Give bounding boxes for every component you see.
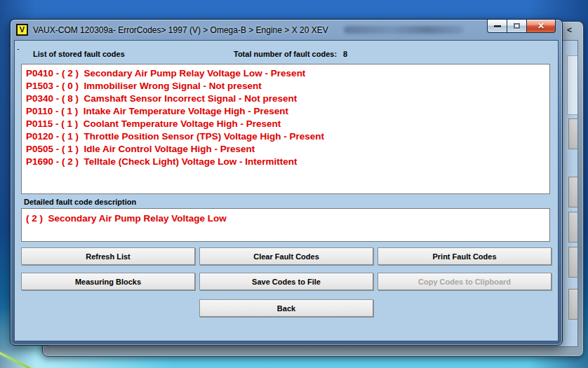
fault-code-row[interactable]: P0110 - ( 1 ) Intake Air Temperature Vol… [22,105,549,118]
print-fault-codes-button[interactable]: Print Fault Codes [377,247,552,265]
fault-code-row[interactable]: P0115 - ( 1 ) Coolant Temperature Voltag… [22,118,549,130]
total-codes-value: 8 [343,50,347,58]
fault-code-row[interactable]: P1690 - ( 2 ) Telltale (Check Light) Vol… [22,156,549,168]
background-window-button [568,247,578,278]
refresh-list-button[interactable]: Refresh List [21,247,195,265]
fault-code-list[interactable]: P0410 - ( 2 ) Secondary Air Pump Relay V… [21,64,550,194]
vaux-com-window: V VAUX-COM 120309a- ErrorCodes> 1997 (V)… [10,19,563,346]
background-window-button [568,212,578,243]
save-codes-button[interactable]: Save Codes to File [199,273,373,290]
total-codes-label: Total number of fault codes:8 [234,50,347,58]
fault-detail-text: ( 2 ) Secondary Air Pump Relay Voltage L… [22,209,549,224]
minimize-icon [494,25,501,27]
client-area: - List of stored fault codes Total numbe… [14,40,559,341]
close-button[interactable]: ✕ [526,20,556,33]
copy-codes-button: Copy Codes to Clipboard [377,273,552,290]
fault-detail-box: ( 2 ) Secondary Air Pump Relay Voltage L… [21,208,550,242]
background-window-panel [567,55,578,115]
back-button[interactable]: Back [199,299,373,317]
minimize-button[interactable] [487,20,507,33]
measuring-blocks-button[interactable]: Measuring Blocks [21,273,195,290]
background-window-button [568,289,578,320]
fault-code-row[interactable]: P0410 - ( 2 ) Secondary Air Pump Relay V… [22,67,549,80]
window-controls: ✕ [487,20,556,33]
title-bar[interactable]: V VAUX-COM 120309a- ErrorCodes> 1997 (V)… [11,20,562,40]
close-icon: ✕ [537,22,544,30]
chevron-left-icon: < [567,25,572,35]
clear-fault-codes-button[interactable]: Clear Fault Codes [199,247,373,265]
fault-code-row[interactable]: P0340 - ( 8 ) Camshaft Sensor Incorrect … [22,93,549,105]
stray-mark: - [17,44,20,53]
fault-code-row[interactable]: P1503 - ( 0 ) Immobiliser Wrong Signal -… [22,80,549,93]
maximize-icon [514,23,520,29]
app-icon[interactable]: V [16,24,28,36]
background-window-button [568,177,578,207]
desktop: < V VAUX-COM 120309a- ErrorCodes> 1997 (… [0,0,588,368]
titlebar-glass-reflection [344,26,463,34]
detail-header-label: Detailed fault code description [24,198,136,206]
total-codes-text: Total number of fault codes: [234,50,337,58]
window-title: VAUX-COM 120309a- ErrorCodes> 1997 (V) >… [33,25,328,35]
fault-code-row[interactable]: P0120 - ( 1 ) Throttle Position Sensor (… [22,130,549,143]
list-header-label: List of stored fault codes [33,50,125,58]
maximize-button[interactable] [507,20,526,33]
fault-code-row[interactable]: P0505 - ( 1 ) Idle Air Control Voltage H… [22,143,549,156]
background-window-button [568,118,578,149]
